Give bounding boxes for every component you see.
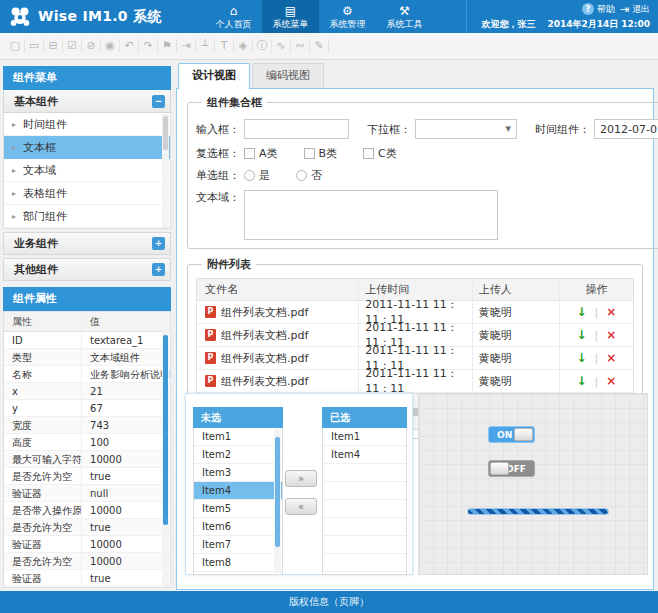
nav-item-system-manage[interactable]: ⚙ 系统管理 <box>319 0 376 33</box>
file-name[interactable]: 组件列表文档.pdf <box>221 305 308 320</box>
download-icon[interactable]: ↓ <box>577 374 587 388</box>
align-bottom-icon[interactable]: ┴ <box>196 39 215 53</box>
list-item-selected[interactable]: Item4 <box>194 482 282 500</box>
list-item[interactable]: Item7 <box>194 536 282 554</box>
nav-item-home[interactable]: ⌂ 个人首页 <box>205 0 262 33</box>
list-item[interactable]: Item3 <box>194 464 282 482</box>
toolbar: ▢ ▭ ⊟ ☑ ⊘ ◉ ↶ ↷ ⚑ ⇥ ┴ T ◈ ⓘ ∿ ∾ ✎ <box>0 33 658 60</box>
toggle-switch-off[interactable]: OFF <box>488 460 535 477</box>
text-input[interactable] <box>244 119 349 139</box>
prop-row[interactable]: 是否允许为空10000 <box>4 553 170 570</box>
publish-icon[interactable]: ◉ <box>101 39 120 53</box>
radio-option-no[interactable]: 否 <box>296 168 322 183</box>
tab-code-view[interactable]: 编码视图 <box>252 63 324 88</box>
delete-icon[interactable]: ⊘ <box>82 39 101 53</box>
accordion-other-components[interactable]: 其他组件 + <box>3 258 171 281</box>
checkbox-icon[interactable] <box>244 148 255 159</box>
text-icon[interactable]: T <box>215 39 234 53</box>
prop-row[interactable]: y67 <box>4 400 170 417</box>
prop-row[interactable]: IDtextarea_1 <box>4 332 170 349</box>
sidebar-item-table[interactable]: 表格组件 <box>4 182 170 205</box>
download-icon[interactable]: ↓ <box>577 328 587 342</box>
file-name[interactable]: 组件列表文档.pdf <box>221 328 308 343</box>
nav-item-system-menu[interactable]: ▤ 系统菜单 <box>262 0 319 33</box>
toggle-switch-on[interactable]: ON <box>488 426 535 443</box>
info-icon[interactable]: ⓘ <box>253 39 272 53</box>
prop-row[interactable]: 是否允许为空true <box>4 468 170 485</box>
sidebar-item-textbox[interactable]: 文本框 <box>4 136 170 159</box>
checkbox-icon[interactable] <box>304 148 315 159</box>
datetime-text: 2014年2月14日 12:00 <box>547 18 650 31</box>
file-name[interactable]: 组件列表文档.pdf <box>221 374 308 389</box>
list-item[interactable]: Item1 <box>323 428 406 446</box>
list-item[interactable]: Item2 <box>194 446 282 464</box>
collapse-icon[interactable]: − <box>152 95 165 108</box>
expand-icon[interactable]: + <box>152 263 165 276</box>
toggle-knob[interactable] <box>514 428 533 441</box>
list-item[interactable]: Item6 <box>194 518 282 536</box>
sidebar-item-department[interactable]: 部门组件 <box>4 205 170 228</box>
prop-row[interactable]: 类型文本域组件 <box>4 349 170 366</box>
nav-item-system-tools[interactable]: ⚒ 系统工具 <box>376 0 433 33</box>
accordion-basic-components[interactable]: 基本组件 − <box>3 90 171 113</box>
pencil-icon[interactable]: ✎ <box>310 39 329 53</box>
accordion-business-components[interactable]: 业务组件 + <box>3 232 171 255</box>
expand-icon[interactable]: + <box>152 237 165 250</box>
prop-row[interactable]: 是否允许为空true <box>4 519 170 536</box>
undo-icon[interactable]: ↶ <box>120 39 139 53</box>
prop-row[interactable]: 验证器10000 <box>4 536 170 553</box>
redo-icon[interactable]: ↷ <box>139 39 158 53</box>
checkbox-option-c[interactable]: C类 <box>363 146 397 161</box>
indent-icon[interactable]: ⇥ <box>177 39 196 53</box>
logout-button[interactable]: ⇥ 退出 <box>620 3 650 16</box>
list-item[interactable]: Item1 <box>194 428 282 446</box>
move-right-button[interactable]: » <box>285 470 317 487</box>
delete-icon[interactable]: × <box>606 374 616 388</box>
component-collection-fieldset: 组件集合框 输入框： 下拉框： ▼ 时间组件： 2012-07-01 ▦ 复选框… <box>187 95 658 249</box>
list-item[interactable]: Item8 <box>194 554 282 572</box>
save-icon[interactable]: ⊟ <box>44 39 63 53</box>
open-folder-icon[interactable]: ▭ <box>25 39 44 53</box>
props-scrollbar[interactable] <box>162 313 169 586</box>
checkbox-option-a[interactable]: A类 <box>244 146 278 161</box>
list-item[interactable]: Item5 <box>194 500 282 518</box>
radio-option-yes[interactable]: 是 <box>244 168 270 183</box>
move-left-button[interactable]: « <box>285 498 317 515</box>
list-item[interactable]: Item4 <box>323 446 406 464</box>
tab-design-view[interactable]: 设计视图 <box>178 63 250 89</box>
sidebar-item-textarea[interactable]: 文本域 <box>4 159 170 182</box>
edit-check-icon[interactable]: ☑ <box>63 39 82 53</box>
file-name[interactable]: 组件列表文档.pdf <box>221 351 308 366</box>
new-file-icon[interactable]: ▢ <box>6 39 25 53</box>
checkbox-icon[interactable] <box>363 148 374 159</box>
date-input[interactable]: 2012-07-01 ▦ <box>594 119 658 139</box>
lock-icon[interactable]: ◈ <box>234 39 253 53</box>
wave-icon[interactable]: ∿ <box>272 39 291 53</box>
radio-icon[interactable] <box>244 170 255 181</box>
prop-row[interactable]: 验证器true <box>4 570 170 587</box>
download-icon[interactable]: ↓ <box>577 351 587 365</box>
radio-icon[interactable] <box>296 170 307 181</box>
textarea-field[interactable] <box>244 190 498 240</box>
component-list-scrollbar[interactable] <box>162 114 169 227</box>
toggle-knob[interactable] <box>490 462 509 475</box>
delete-icon[interactable]: × <box>606 328 616 342</box>
help-button[interactable]: ? 帮助 <box>582 3 615 16</box>
dropdown-select[interactable]: ▼ <box>415 119 517 139</box>
prop-row[interactable]: 名称业务影响分析说明 <box>4 366 170 383</box>
delete-icon[interactable]: × <box>606 351 616 365</box>
prop-row[interactable]: 验证器null <box>4 485 170 502</box>
sidebar-item-time[interactable]: 时间组件 <box>4 113 170 136</box>
checkbox-option-b[interactable]: B类 <box>304 146 338 161</box>
props-table: 属性 值 IDtextarea_1 类型文本域组件 名称业务影响分析说明 x21… <box>3 311 171 588</box>
unselected-list-scrollbar[interactable] <box>274 429 281 573</box>
prop-row[interactable]: 高度100 <box>4 434 170 451</box>
prop-row[interactable]: 是否带入操作原因10000 <box>4 502 170 519</box>
flag-icon[interactable]: ⚑ <box>158 39 177 53</box>
delete-icon[interactable]: × <box>606 305 616 319</box>
curve-icon[interactable]: ∾ <box>291 39 310 53</box>
prop-row[interactable]: 最大可输入字符数10000 <box>4 451 170 468</box>
prop-row[interactable]: 宽度743 <box>4 417 170 434</box>
download-icon[interactable]: ↓ <box>577 305 587 319</box>
prop-row[interactable]: x21 <box>4 383 170 400</box>
